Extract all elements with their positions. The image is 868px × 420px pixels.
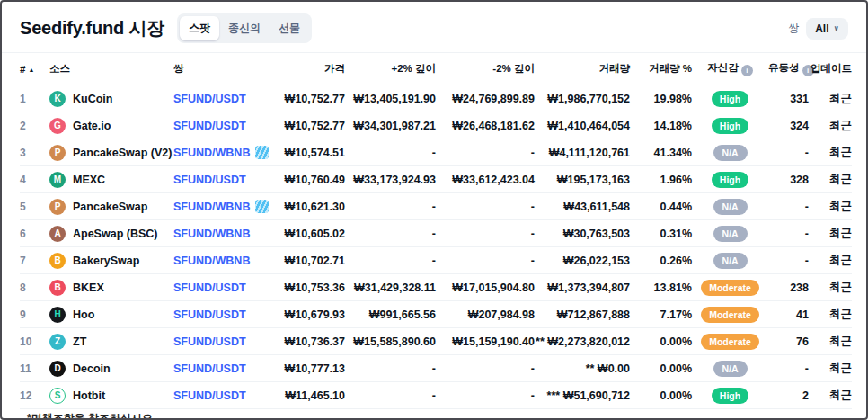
col-source[interactable]: 소스: [49, 53, 173, 85]
rank-cell: 11: [20, 355, 49, 382]
rank-cell: 4: [20, 166, 49, 193]
plus-depth-cell: ₩33,173,924.93: [345, 166, 436, 193]
minus-depth-cell: -: [436, 139, 535, 166]
exchange-link[interactable]: DDecoin: [49, 361, 173, 377]
pair-cell: SFUND/WBNB: [173, 193, 277, 220]
exchange-link[interactable]: GGate.io: [49, 118, 173, 134]
pair-link[interactable]: SFUND/WBNB: [173, 228, 250, 240]
exchange-cell: KKuCoin: [49, 85, 173, 112]
confidence-cell: N/A: [692, 193, 768, 220]
pair-link[interactable]: SFUND/USDT: [173, 389, 246, 402]
price-cell: ₩10,605.02: [277, 220, 345, 247]
pair-link[interactable]: SFUND/USDT: [173, 362, 246, 375]
price-cell: ₩10,760.49: [277, 166, 345, 193]
col-liquidity[interactable]: 유동성i: [768, 53, 809, 85]
exchange-link[interactable]: ZZT: [49, 334, 173, 350]
updated-cell: 최근: [809, 112, 852, 139]
col-rank[interactable]: # ▲: [20, 53, 49, 85]
chain-icon: [255, 146, 269, 159]
pair-link[interactable]: SFUND/WBNB: [173, 255, 250, 267]
plus-depth-cell: -: [345, 220, 436, 247]
exchange-logo-icon: B: [49, 253, 66, 269]
confidence-badge: High: [712, 118, 748, 134]
confidence-cell: High: [692, 85, 768, 112]
col-plus-depth[interactable]: +2% 깊이: [345, 53, 436, 85]
pair-link[interactable]: SFUND/USDT: [173, 281, 246, 294]
volume-cell: ** ₩0.00: [535, 355, 630, 382]
pair-cell: SFUND/WBNB: [173, 139, 277, 166]
liquidity-cell: 324: [768, 112, 809, 139]
liquidity-cell: -: [768, 193, 809, 220]
volume-pct-cell: 1.96%: [630, 166, 692, 193]
exchange-link[interactable]: PPancakeSwap: [49, 199, 173, 215]
exchange-logo-icon: S: [49, 388, 66, 404]
pair-link[interactable]: SFUND/USDT: [173, 335, 246, 348]
tab-futures[interactable]: 선물: [270, 16, 309, 40]
pair-cell: SFUND/USDT: [173, 274, 277, 301]
exchange-link[interactable]: SHotbit: [49, 388, 173, 404]
confidence-cell: Moderate: [692, 301, 768, 328]
pair-filter-value: All: [815, 22, 828, 35]
minus-depth-cell: -: [436, 193, 535, 220]
col-confidence[interactable]: 자신감i: [692, 53, 768, 85]
col-updated[interactable]: 업데이트: [809, 53, 852, 85]
pair-link[interactable]: SFUND/USDT: [173, 93, 246, 105]
updated-cell: 최근: [809, 328, 852, 355]
pair-filter-dropdown[interactable]: All ∨: [806, 18, 848, 40]
updated-cell: 최근: [809, 193, 852, 220]
rank-cell: 9: [20, 301, 49, 328]
volume-pct-cell: 7.17%: [630, 301, 692, 328]
exchange-link[interactable]: AApeSwap (BSC): [49, 226, 173, 242]
pair-link[interactable]: SFUND/USDT: [173, 174, 246, 186]
volume-pct-cell: 14.18%: [630, 112, 692, 139]
info-icon[interactable]: i: [741, 65, 753, 76]
plus-depth-cell: -: [345, 193, 436, 220]
exchange-name: PancakeSwap (V2): [73, 147, 172, 159]
table-row: 11DDecoinSFUND/USDT₩10,777.13--** ₩0.000…: [20, 355, 852, 382]
updated-cell: 최근: [809, 166, 852, 193]
col-volume[interactable]: 거래량: [535, 53, 630, 85]
exchange-link[interactable]: BBakerySwap: [49, 253, 173, 269]
table-row: 5PPancakeSwapSFUND/WBNB₩10,621.30--₩43,6…: [20, 193, 852, 220]
price-cell: ₩10,752.77: [277, 85, 345, 112]
plus-depth-cell: -: [345, 382, 436, 409]
col-volume-pct[interactable]: 거래량 %: [630, 53, 692, 85]
confidence-badge: High: [712, 172, 748, 188]
exchange-cell: PPancakeSwap (V2): [49, 139, 173, 166]
updated-cell: 최근: [809, 301, 852, 328]
exchange-link[interactable]: MMEXC: [49, 172, 173, 188]
exchange-link[interactable]: PPancakeSwap (V2): [49, 145, 173, 161]
pair-link[interactable]: SFUND/USDT: [173, 120, 246, 132]
exchange-link[interactable]: KKuCoin: [49, 91, 173, 107]
volume-cell: ₩712,867,888: [535, 301, 630, 328]
minus-depth-cell: ₩207,984.98: [436, 301, 535, 328]
exchange-link[interactable]: HHoo: [49, 307, 173, 323]
confidence-cell: N/A: [692, 247, 768, 274]
table-row: 8BBKEXSFUND/USDT₩10,753.36₩31,429,328.11…: [20, 274, 852, 301]
tab-perpetual[interactable]: 종신의: [219, 16, 270, 40]
volume-cell: ₩30,763,503: [535, 220, 630, 247]
exchange-logo-icon: P: [49, 145, 66, 161]
pair-cell: SFUND/USDT: [173, 166, 277, 193]
confidence-cell: Moderate: [692, 274, 768, 301]
exchange-link[interactable]: BBKEX: [49, 280, 173, 296]
col-pair[interactable]: 쌍: [173, 53, 277, 85]
price-cell: ₩10,679.93: [277, 301, 345, 328]
col-minus-depth[interactable]: -2% 깊이: [436, 53, 535, 85]
pair-link[interactable]: SFUND/WBNB: [173, 201, 250, 213]
footnote: *면책조항을 참조하십시오: [27, 411, 153, 420]
plus-depth-cell: -: [345, 139, 436, 166]
confidence-badge: N/A: [713, 226, 748, 242]
updated-cell: 최근: [809, 274, 852, 301]
table-row: 9HHooSFUND/USDT₩10,679.93₩991,665.56₩207…: [20, 301, 852, 328]
tab-spot[interactable]: 스팟: [180, 16, 219, 40]
table-row: 4MMEXCSFUND/USDT₩10,760.49₩33,173,924.93…: [20, 166, 852, 193]
exchange-cell: PPancakeSwap: [49, 193, 173, 220]
volume-cell: ₩43,611,548: [535, 193, 630, 220]
chevron-down-icon: ∨: [834, 24, 840, 32]
minus-depth-cell: -: [436, 220, 535, 247]
col-price[interactable]: 가격: [277, 53, 345, 85]
pair-link[interactable]: SFUND/USDT: [173, 308, 246, 321]
pair-link[interactable]: SFUND/WBNB: [173, 147, 250, 159]
sort-asc-icon: ▲: [29, 67, 35, 73]
